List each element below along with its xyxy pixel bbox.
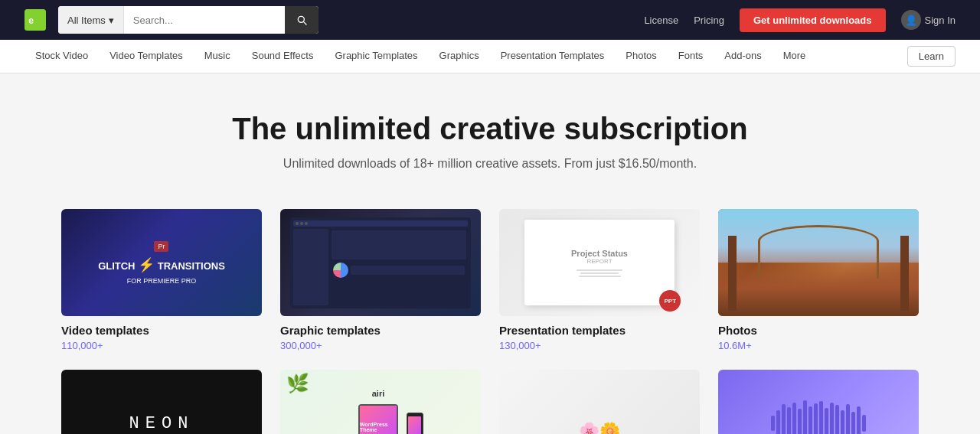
card-wordpress[interactable]: 🌿 airi WordPress Theme WordPress 7,500+ — [280, 370, 481, 434]
dropdown-label: All Items — [67, 15, 106, 26]
nav-item-music[interactable]: Music — [194, 40, 241, 73]
presentation-mockup: Project Status REPORT PPT — [524, 220, 675, 305]
nav-links: Stock Video Video Templates Music Sound … — [24, 40, 816, 73]
card-graphic-templates[interactable]: Graphic templates 300,000+ — [280, 209, 481, 351]
user-avatar-icon: 👤 — [901, 10, 921, 30]
nav-item-sound-effects[interactable]: Sound Effects — [241, 40, 325, 73]
card-photos[interactable]: Photos 10.6M+ — [718, 209, 919, 351]
neon-text-label: NEON — [129, 414, 194, 433]
card-image-music — [718, 370, 919, 434]
nav-item-more[interactable]: More — [773, 40, 817, 73]
wordpress-mockup: airi WordPress Theme — [353, 389, 403, 434]
card-title-presentation-templates: Presentation templates — [499, 324, 700, 337]
nav-item-stock-video[interactable]: Stock Video — [24, 40, 99, 73]
svg-text:e: e — [28, 15, 34, 26]
nav-item-graphic-templates[interactable]: Graphic Templates — [324, 40, 428, 73]
card-presentation-templates[interactable]: Project Status REPORT PPT Presentation t… — [499, 209, 700, 351]
graphic-ui-mockup — [290, 217, 471, 308]
card-image-photos — [718, 209, 919, 316]
chevron-down-icon: ▾ — [109, 15, 114, 26]
nav-item-graphics[interactable]: Graphics — [429, 40, 490, 73]
card-title-video-templates: Video templates — [61, 324, 262, 337]
search-icon — [296, 14, 308, 26]
plant-icon: 🌿 — [286, 373, 309, 394]
signin-label: Sign In — [925, 15, 956, 26]
logo[interactable]: e — [24, 9, 46, 31]
card-image-fonts: NEON — [61, 370, 262, 434]
card-image-3d: 🌸🌼 — [499, 370, 700, 434]
search-button[interactable] — [285, 6, 318, 34]
card-count-graphic-templates: 300,000+ — [280, 340, 481, 351]
hero-section: The unlimited creative subscription Unli… — [0, 73, 980, 194]
pr-badge: Pr — [154, 241, 168, 252]
search-input[interactable] — [124, 6, 285, 34]
nav-item-presentation-templates[interactable]: Presentation Templates — [490, 40, 616, 73]
ppt-badge: PPT — [659, 290, 681, 312]
card-count-video-templates: 110,000+ — [61, 340, 262, 351]
svg-rect-0 — [24, 9, 46, 31]
search-container: All Items ▾ — [58, 6, 318, 34]
card-image-presentation-templates: Project Status REPORT PPT — [499, 209, 700, 316]
flowers-icon: 🌸🌼 — [579, 422, 620, 434]
top-bar: e All Items ▾ License Pricing Get unlimi… — [0, 0, 980, 40]
waveform-visualization — [771, 400, 866, 434]
card-fonts[interactable]: NEON Fonts 52,000+ — [61, 370, 262, 434]
card-image-graphic-templates — [280, 209, 481, 316]
cta-button[interactable]: Get unlimited downloads — [740, 8, 886, 32]
card-title-graphic-templates: Graphic templates — [280, 324, 481, 337]
card-3d[interactable]: 🌸🌼 3D 260,000+ — [499, 370, 700, 434]
photo-bridge-image — [718, 209, 919, 316]
card-music[interactable]: Royalty-Free Music 160,000+ — [718, 370, 919, 434]
hero-subtitle: Unlimited downloads of 18+ million creat… — [15, 157, 965, 171]
search-dropdown[interactable]: All Items ▾ — [58, 6, 124, 34]
top-bar-left: e All Items ▾ — [24, 6, 318, 34]
glitch-label: GLITCH ⚡ TRANSITIONSFOR PREMIERE PRO — [98, 256, 225, 287]
pricing-link[interactable]: Pricing — [694, 15, 724, 26]
top-bar-right: License Pricing Get unlimited downloads … — [644, 8, 956, 32]
category-grid: Pr GLITCH ⚡ TRANSITIONSFOR PREMIERE PRO … — [0, 194, 980, 434]
nav-item-add-ons[interactable]: Add-ons — [714, 40, 772, 73]
nav-item-fonts[interactable]: Fonts — [668, 40, 714, 73]
card-title-photos: Photos — [718, 324, 919, 337]
card-image-wordpress: 🌿 airi WordPress Theme — [280, 370, 481, 434]
license-link[interactable]: License — [644, 15, 678, 26]
card-image-video-templates: Pr GLITCH ⚡ TRANSITIONSFOR PREMIERE PRO — [61, 209, 262, 316]
signin-area[interactable]: 👤 Sign In — [901, 10, 956, 30]
card-video-templates[interactable]: Pr GLITCH ⚡ TRANSITIONSFOR PREMIERE PRO … — [61, 209, 262, 351]
learn-button[interactable]: Learn — [907, 46, 956, 67]
phone-mockup — [407, 413, 423, 434]
nav-item-video-templates[interactable]: Video Templates — [99, 40, 194, 73]
card-count-photos: 10.6M+ — [718, 340, 919, 351]
nav-bar: Stock Video Video Templates Music Sound … — [0, 40, 980, 73]
nav-item-photos[interactable]: Photos — [615, 40, 667, 73]
card-count-presentation-templates: 130,000+ — [499, 340, 700, 351]
hero-title: The unlimited creative subscription — [15, 112, 965, 146]
